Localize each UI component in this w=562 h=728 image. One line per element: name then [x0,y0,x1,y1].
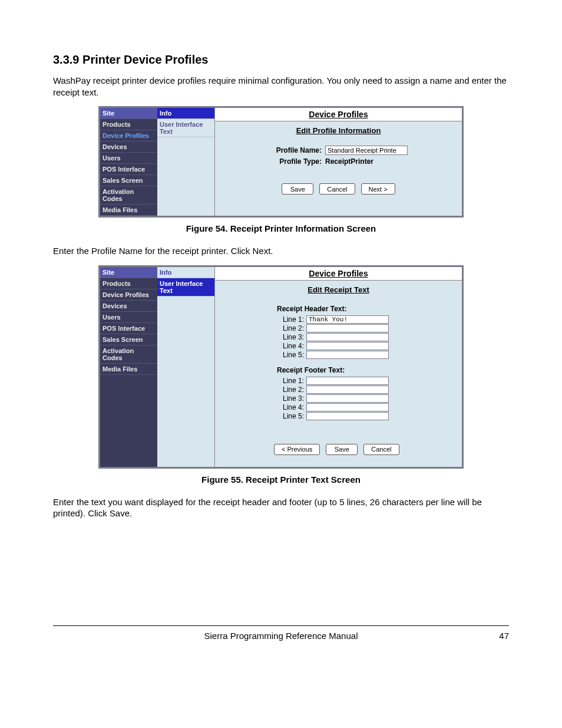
nav-users[interactable]: Users [100,312,157,323]
content-subtitle: Edit Profile Information [221,126,456,135]
nav-activation-codes[interactable]: Activation Codes [100,345,157,364]
footer-line2-label: Line 2: [277,386,306,394]
nav-media-files[interactable]: Media Files [100,205,157,216]
header-line3-label: Line 3: [277,333,306,341]
subnav-info[interactable]: Info [157,267,214,278]
page-footer: Sierra Programming Reference Manual 47 [53,625,509,641]
footer-line1-input[interactable] [306,377,389,385]
instruction-1: Enter the Profile Name for the receipt p… [53,245,509,257]
nav-products[interactable]: Products [100,278,157,289]
footer-line3-label: Line 3: [277,394,306,403]
footer-line5-label: Line 5: [277,412,306,420]
profile-type-label: Profile Type: [269,157,325,166]
footer-line2-input[interactable] [306,386,389,394]
cancel-button[interactable]: Cancel [319,183,355,195]
content-subtitle-2: Edit Receipt Text [221,285,456,294]
section-heading: 3.3.9 Printer Device Profiles [53,53,509,67]
header-line4-label: Line 4: [277,342,306,350]
sub-nav-2: Info User Interface Text [157,267,214,467]
header-line2-input[interactable] [306,324,389,332]
header-line5-label: Line 5: [277,351,306,359]
figure-55-caption: Figure 55. Receipt Printer Text Screen [53,475,509,485]
nav-pos-interface[interactable]: POS Interface [100,323,157,334]
next-button[interactable]: Next > [361,183,395,195]
nav-pos-interface[interactable]: POS Interface [100,164,157,175]
previous-button[interactable]: < Previous [274,444,320,455]
content-title-2: Device Profiles [215,267,462,281]
intro-paragraph: WashPay receipt printer device profiles … [53,75,509,98]
figure-54-caption: Figure 54. Receipt Printer Information S… [53,223,509,233]
nav-users[interactable]: Users [100,153,157,164]
screenshot-figure-54: Site Products Device Profiles Devices Us… [98,106,464,218]
nav-sales-screen[interactable]: Sales Screen [100,175,157,186]
profile-type-value: ReceiptPrinter [325,157,408,166]
header-line4-input[interactable] [306,342,389,350]
footer-line1-label: Line 1: [277,377,306,385]
nav-sales-screen[interactable]: Sales Screen [100,334,157,345]
save-button[interactable]: Save [326,444,358,455]
footer-line4-label: Line 4: [277,403,306,411]
subnav-ui-text[interactable]: User Interface Text [157,119,214,137]
left-nav: Site Products Device Profiles Devices Us… [100,108,157,216]
nav-site[interactable]: Site [100,267,157,278]
left-nav-2: Site Products Device Profiles Devices Us… [100,267,157,467]
instruction-2: Enter the text you want displayed for th… [53,496,509,519]
save-button[interactable]: Save [282,183,313,195]
sub-nav: Info User Interface Text [157,108,214,216]
cancel-button[interactable]: Cancel [363,444,399,455]
content-title: Device Profiles [215,108,462,121]
footer-doc-title: Sierra Programming Reference Manual [53,631,509,641]
profile-name-input[interactable] [325,146,408,155]
header-line2-label: Line 2: [277,324,306,332]
nav-site[interactable]: Site [100,108,157,119]
content-area: Device Profiles Edit Profile Information… [214,108,462,216]
subnav-info[interactable]: Info [157,108,214,119]
subnav-ui-text[interactable]: User Interface Text [157,278,214,297]
screenshot-figure-55: Site Products Device Profiles Devices Us… [98,265,464,469]
nav-products[interactable]: Products [100,119,157,130]
footer-line3-input[interactable] [306,394,389,403]
nav-device-profiles[interactable]: Device Profiles [100,130,157,141]
footer-line5-input[interactable] [306,412,389,420]
header-line1-label: Line 1: [277,315,306,324]
profile-name-label: Profile Name: [269,146,325,154]
nav-devices[interactable]: Devices [100,301,157,312]
header-line5-input[interactable] [306,351,389,359]
nav-device-profiles[interactable]: Device Profiles [100,289,157,301]
nav-devices[interactable]: Devices [100,141,157,153]
nav-media-files[interactable]: Media Files [100,364,157,375]
footer-line4-input[interactable] [306,403,389,411]
footer-text-label: Receipt Footer Text: [277,366,456,374]
nav-activation-codes[interactable]: Activation Codes [100,186,157,205]
header-text-label: Receipt Header Text: [277,305,456,313]
header-line1-input[interactable] [306,315,389,324]
content-area-2: Device Profiles Edit Receipt Text Receip… [214,267,462,467]
header-line3-input[interactable] [306,333,389,341]
